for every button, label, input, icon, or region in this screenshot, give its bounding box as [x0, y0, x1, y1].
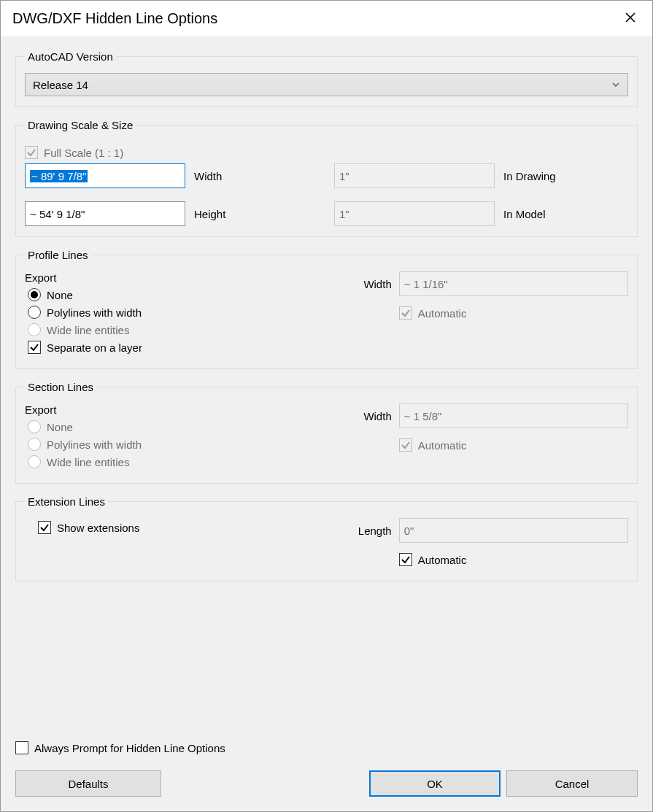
profile-export-wide-label: Wide line entities: [47, 324, 129, 336]
section-export-polylines-radio: Polylines with width: [28, 438, 333, 451]
group-section-lines: Section Lines Export None Polylines with…: [15, 381, 638, 484]
group-profile-lines-legend: Profile Lines: [25, 249, 91, 261]
scale-row-height: ~ 54' 9 1/8" Height 1" In Model: [25, 201, 628, 226]
profile-export-label: Export: [25, 271, 333, 284]
radio-icon: [28, 438, 41, 451]
group-drawing-scale: Drawing Scale & Size Full Scale (1 : 1) …: [15, 119, 638, 237]
in-drawing-value: 1": [339, 170, 349, 182]
checkbox-icon: [15, 741, 28, 754]
group-autocad-version-legend: AutoCAD Version: [25, 50, 116, 63]
profile-separate-layer-checkbox[interactable]: Separate on a layer: [28, 341, 333, 354]
always-prompt-label: Always Prompt for Hidden Line Options: [34, 742, 225, 754]
drawing-height-value: ~ 54' 9 1/8": [30, 208, 85, 220]
full-scale-label: Full Scale (1 : 1): [44, 147, 123, 159]
in-model-label: In Model: [503, 208, 598, 220]
drawing-width-value: ~ 89' 9 7/8": [30, 170, 88, 182]
section-export-label: Export: [25, 403, 333, 416]
profile-width-label: Width: [348, 278, 392, 290]
section-export-polylines-label: Polylines with width: [47, 438, 142, 451]
section-export-wide-radio: Wide line entities: [28, 455, 333, 468]
profile-automatic-checkbox: Automatic: [399, 306, 628, 320]
section-export-none-label: None: [47, 421, 73, 433]
titlebar: DWG/DXF Hidden Line Options: [1, 1, 652, 36]
chevron-down-icon: [611, 79, 620, 91]
close-icon: [625, 10, 636, 27]
show-extensions-checkbox[interactable]: Show extensions: [38, 521, 333, 534]
in-model-input: 1": [334, 201, 495, 226]
section-export-none-radio: None: [28, 420, 333, 433]
profile-automatic-label: Automatic: [418, 307, 467, 320]
always-prompt-checkbox[interactable]: Always Prompt for Hidden Line Options: [15, 741, 638, 754]
defaults-button-label: Defaults: [68, 778, 108, 790]
extension-automatic-checkbox[interactable]: Automatic: [399, 553, 628, 566]
profile-export-none-label: None: [47, 289, 73, 301]
autocad-version-select[interactable]: Release 14: [25, 73, 628, 96]
dialog-title: DWG/DXF Hidden Line Options: [12, 10, 217, 27]
extension-length-value: 0": [404, 525, 414, 537]
scale-row-width: ~ 89' 9 7/8" Width 1" In Drawing: [25, 163, 628, 188]
profile-export-wide-radio: Wide line entities: [28, 323, 333, 336]
radio-icon: [28, 455, 41, 468]
defaults-button[interactable]: Defaults: [15, 770, 161, 797]
profile-export-polylines-label: Polylines with width: [47, 306, 142, 319]
group-section-lines-legend: Section Lines: [25, 381, 96, 393]
dialog-content: AutoCAD Version Release 14 Drawing Scale…: [1, 36, 652, 811]
section-width-label: Width: [348, 410, 392, 422]
extension-length-input: 0": [399, 518, 628, 543]
full-scale-checkbox: Full Scale (1 : 1): [25, 146, 628, 159]
profile-separate-layer-label: Separate on a layer: [47, 341, 142, 354]
profile-width-input: ~ 1 1/16": [399, 271, 628, 296]
checkbox-icon: [399, 438, 412, 452]
close-button[interactable]: [620, 8, 641, 28]
dialog-window: DWG/DXF Hidden Line Options AutoCAD Vers…: [0, 0, 653, 812]
checkbox-icon: [28, 341, 41, 354]
group-extension-lines: Extension Lines Show extensions Length 0…: [15, 495, 638, 581]
section-automatic-checkbox: Automatic: [399, 438, 628, 452]
group-extension-lines-legend: Extension Lines: [25, 495, 108, 508]
cancel-button[interactable]: Cancel: [506, 770, 638, 797]
section-width-value: ~ 1 5/8": [404, 410, 442, 422]
ok-button[interactable]: OK: [369, 770, 501, 797]
section-export-wide-label: Wide line entities: [47, 456, 129, 468]
group-profile-lines: Profile Lines Export None Polylines with…: [15, 249, 638, 369]
radio-icon: [28, 420, 41, 433]
cancel-button-label: Cancel: [555, 778, 590, 790]
profile-export-none-radio[interactable]: None: [28, 288, 333, 301]
profile-width-value: ~ 1 1/16": [404, 278, 448, 290]
extension-length-label: Length: [348, 525, 392, 537]
in-model-value: 1": [339, 208, 349, 220]
group-autocad-version: AutoCAD Version Release 14: [15, 50, 638, 107]
extension-automatic-label: Automatic: [418, 554, 467, 566]
in-drawing-input: 1": [334, 163, 495, 188]
width-label: Width: [194, 170, 325, 182]
drawing-width-input[interactable]: ~ 89' 9 7/8": [25, 163, 185, 188]
show-extensions-label: Show extensions: [57, 522, 139, 534]
ok-button-label: OK: [427, 778, 443, 790]
radio-icon: [28, 306, 41, 319]
profile-export-polylines-radio[interactable]: Polylines with width: [28, 306, 333, 319]
section-automatic-label: Automatic: [418, 439, 467, 452]
section-width-input: ~ 1 5/8": [399, 403, 628, 428]
checkbox-icon: [38, 521, 51, 534]
in-drawing-label: In Drawing: [503, 170, 598, 182]
group-drawing-scale-legend: Drawing Scale & Size: [25, 119, 136, 131]
checkbox-icon: [399, 306, 412, 320]
checkbox-icon: [399, 553, 412, 566]
height-label: Height: [194, 208, 325, 220]
radio-icon: [28, 288, 41, 301]
checkbox-icon: [25, 146, 38, 159]
autocad-version-value: Release 14: [33, 79, 88, 91]
spacer: [167, 770, 363, 797]
radio-icon: [28, 323, 41, 336]
drawing-height-input[interactable]: ~ 54' 9 1/8": [25, 201, 185, 226]
